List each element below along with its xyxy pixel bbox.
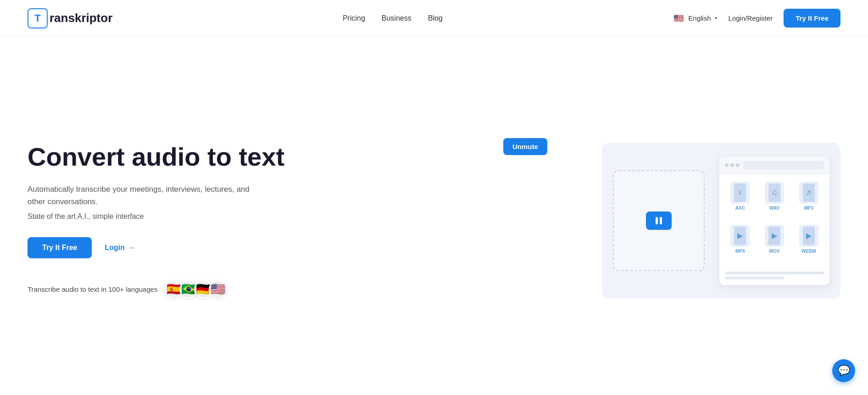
file-wav-label: WAV xyxy=(769,206,779,211)
text-line-2 xyxy=(725,277,785,279)
play-arrow-mp4-icon: ▶ xyxy=(737,231,743,240)
file-wav-icon: ♫ xyxy=(765,182,784,204)
nav-blog[interactable]: Blog xyxy=(428,14,443,22)
music-note-icon: ♪ xyxy=(738,188,742,197)
file-browser-panel: ♪ AAC ♫ WAV ♬ xyxy=(719,156,829,285)
languages-text: Transcribe audio to text in 100+ languag… xyxy=(28,285,157,293)
pause-bar-right xyxy=(660,217,662,224)
flag-american: 🇺🇸 xyxy=(209,280,227,299)
logo-icon: T xyxy=(28,8,48,28)
text-lines xyxy=(719,272,829,285)
file-mp4-icon: ▶ xyxy=(730,225,750,247)
file-mp3-icon: ♬ xyxy=(799,182,818,204)
file-aac: ♪ AAC xyxy=(725,182,756,221)
language-selector[interactable]: 🇺🇸 English ▾ xyxy=(673,12,717,24)
file-mp4-label: MP4 xyxy=(735,249,745,254)
play-arrow-webm-icon: ▶ xyxy=(806,231,812,240)
logo-text: ranskriptor xyxy=(50,11,112,25)
hero-login-link[interactable]: Login → xyxy=(105,244,135,252)
file-mp3: ♬ MP3 xyxy=(793,182,824,221)
pause-bar-left xyxy=(656,217,658,224)
languages-row: Transcribe audio to text in 100+ languag… xyxy=(28,280,450,299)
file-mov: ▶ MOV xyxy=(759,225,790,264)
hero-state-of-art: State of the art A.I., simple interface xyxy=(28,212,450,221)
nav-business[interactable]: Business xyxy=(382,14,412,22)
login-register-link[interactable]: Login/Register xyxy=(729,14,773,22)
hero-description: Automatically transcribe your meetings, … xyxy=(28,183,257,208)
file-mp4: ▶ MP4 xyxy=(725,225,756,264)
file-mov-icon: ▶ xyxy=(765,225,784,247)
login-label: Login xyxy=(105,244,125,252)
file-aac-label: AAC xyxy=(735,206,745,211)
music-note-wav-icon: ♫ xyxy=(771,188,778,197)
nav-right: 🇺🇸 English ▾ Login/Register Try It Free xyxy=(673,9,840,28)
dot-1 xyxy=(725,163,729,167)
file-webm: ▶ WEBM xyxy=(793,225,824,264)
dot-3 xyxy=(736,163,740,167)
nav-pricing[interactable]: Pricing xyxy=(343,14,365,22)
dot-2 xyxy=(730,163,734,167)
music-note-mp3-icon: ♬ xyxy=(806,188,812,197)
browser-bar xyxy=(719,156,829,174)
navbar: T ranskriptor Pricing Business Blog 🇺🇸 E… xyxy=(0,0,868,37)
nav-links: Pricing Business Blog xyxy=(343,14,443,22)
play-arrow-mov-icon: ▶ xyxy=(772,231,777,240)
hero-buttons: Try It Free Login → xyxy=(28,237,450,258)
nav-cta-button[interactable]: Try It Free xyxy=(784,9,840,28)
chat-widget[interactable]: 💬 xyxy=(832,359,855,382)
logo[interactable]: T ranskriptor xyxy=(28,8,112,28)
file-grid: ♪ AAC ♫ WAV ♬ xyxy=(719,174,829,272)
file-webm-label: WEBM xyxy=(801,249,816,254)
hero-title: Convert audio to text xyxy=(28,142,450,172)
language-label: English xyxy=(688,14,711,22)
hero-section: Convert audio to text Automatically tran… xyxy=(0,37,868,395)
pause-button[interactable] xyxy=(646,211,672,230)
logo-letter: T xyxy=(34,12,40,24)
language-flag: 🇺🇸 xyxy=(673,12,684,24)
unmute-button[interactable]: Unmute xyxy=(503,138,547,155)
chat-icon: 💬 xyxy=(838,365,850,377)
file-wav: ♫ WAV xyxy=(759,182,790,221)
file-aac-icon: ♪ xyxy=(730,182,750,204)
browser-search-bar xyxy=(743,161,824,169)
hero-cta-button[interactable]: Try It Free xyxy=(28,237,92,258)
hero-left: Convert audio to text Automatically tran… xyxy=(28,142,450,299)
file-webm-icon: ▶ xyxy=(799,225,818,247)
file-mp3-label: MP3 xyxy=(804,206,813,211)
text-line-1 xyxy=(725,272,824,274)
file-mov-label: MOV xyxy=(769,249,780,254)
hero-right: Unmute xyxy=(467,143,840,299)
media-player-panel xyxy=(613,170,705,271)
arrow-icon: → xyxy=(128,244,135,252)
flags-group: 🇪🇸 🇧🇷 🇩🇪 🇺🇸 xyxy=(165,280,227,299)
browser-dots xyxy=(725,163,740,167)
illustration: ♪ AAC ♫ WAV ♬ xyxy=(602,143,840,299)
chevron-down-icon: ▾ xyxy=(715,15,718,21)
